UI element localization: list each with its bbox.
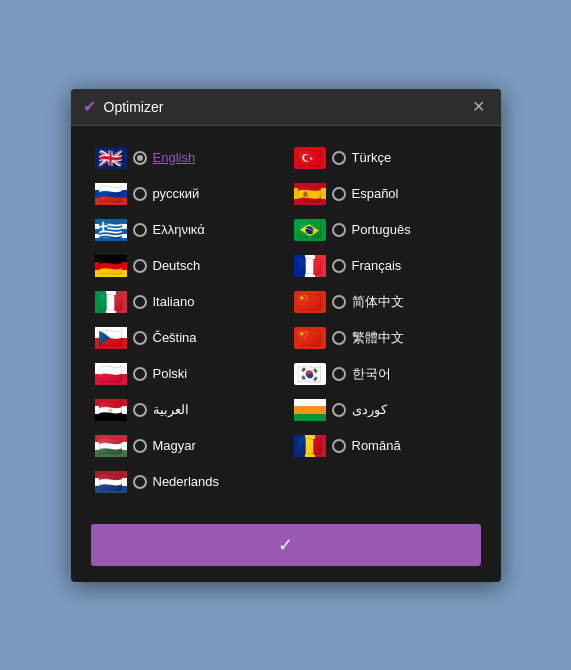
- title-bar: ✔ Optimizer ✕: [71, 89, 501, 126]
- flag-el: 🇬🇷: [95, 219, 127, 241]
- close-button[interactable]: ✕: [468, 97, 489, 117]
- title-left: ✔ Optimizer: [83, 97, 164, 116]
- radio-pl: [133, 367, 147, 381]
- flag-ko: 🇰🇷: [294, 363, 326, 385]
- window-title: Optimizer: [104, 99, 164, 115]
- lang-label-nl: Nederlands: [153, 474, 220, 489]
- flag-zh_s: 🇨🇳: [294, 291, 326, 313]
- lang-label-de: Deutsch: [153, 258, 201, 273]
- lang-item-ar[interactable]: 🇪🇬العربية: [91, 394, 282, 426]
- radio-ar: [133, 403, 147, 417]
- radio-zh_s: [332, 295, 346, 309]
- lang-label-zh_t: 繁體中文: [352, 329, 404, 347]
- lang-item-hu[interactable]: 🇭🇺Magyar: [91, 430, 282, 462]
- flag-de: 🇩🇪: [95, 255, 127, 277]
- radio-ru: [133, 187, 147, 201]
- lang-label-ko: 한국어: [352, 365, 391, 383]
- flag-pl: 🇵🇱: [95, 363, 127, 385]
- lang-item-pt[interactable]: 🇧🇷Português: [290, 214, 481, 246]
- flag-en: 🇬🇧: [95, 147, 127, 169]
- radio-ro: [332, 439, 346, 453]
- lang-item-cs[interactable]: 🇨🇿Čeština: [91, 322, 282, 354]
- flag-pt: 🇧🇷: [294, 219, 326, 241]
- flag-cs: 🇨🇿: [95, 327, 127, 349]
- lang-item-krd[interactable]: كوردى: [290, 394, 481, 426]
- radio-tr: [332, 151, 346, 165]
- lang-label-hu: Magyar: [153, 438, 196, 453]
- radio-zh_t: [332, 331, 346, 345]
- lang-item-de[interactable]: 🇩🇪Deutsch: [91, 250, 282, 282]
- radio-cs: [133, 331, 147, 345]
- flag-nl: 🇳🇱: [95, 471, 127, 493]
- lang-label-cs: Čeština: [153, 330, 197, 345]
- lang-item-ro[interactable]: 🇷🇴Română: [290, 430, 481, 462]
- lang-label-el: Ελληνικά: [153, 222, 205, 237]
- radio-de: [133, 259, 147, 273]
- lang-label-fr: Français: [352, 258, 402, 273]
- flag-hu: 🇭🇺: [95, 435, 127, 457]
- lang-label-tr: Türkçe: [352, 150, 392, 165]
- radio-nl: [133, 475, 147, 489]
- lang-label-es: Español: [352, 186, 399, 201]
- radio-es: [332, 187, 346, 201]
- language-selection-window: ✔ Optimizer ✕ 🇬🇧English🇹🇷Türkçe🇷🇺русский…: [71, 89, 501, 582]
- lang-item-es[interactable]: 🇪🇸Español: [290, 178, 481, 210]
- flag-ar: 🇪🇬: [95, 399, 127, 421]
- radio-pt: [332, 223, 346, 237]
- confirm-button[interactable]: ✓: [91, 524, 481, 566]
- lang-item-zh_s[interactable]: 🇨🇳简体中文: [290, 286, 481, 318]
- language-grid: 🇬🇧English🇹🇷Türkçe🇷🇺русский🇪🇸Español🇬🇷Ελλ…: [91, 142, 481, 498]
- radio-el: [133, 223, 147, 237]
- lang-item-el[interactable]: 🇬🇷Ελληνικά: [91, 214, 282, 246]
- lang-label-ar: العربية: [153, 402, 189, 417]
- flag-it: 🇮🇹: [95, 291, 127, 313]
- lang-item-it[interactable]: 🇮🇹Italiano: [91, 286, 282, 318]
- lang-item-ru[interactable]: 🇷🇺русский: [91, 178, 282, 210]
- flag-krd: [294, 399, 326, 421]
- flag-tr: 🇹🇷: [294, 147, 326, 169]
- flag-ro: 🇷🇴: [294, 435, 326, 457]
- lang-item-fr[interactable]: 🇫🇷Français: [290, 250, 481, 282]
- lang-label-krd: كوردى: [352, 402, 387, 417]
- lang-item-pl[interactable]: 🇵🇱Polski: [91, 358, 282, 390]
- lang-item-ko[interactable]: 🇰🇷한국어: [290, 358, 481, 390]
- lang-label-pt: Português: [352, 222, 411, 237]
- lang-item-nl[interactable]: 🇳🇱Nederlands: [91, 466, 282, 498]
- footer: ✓: [71, 510, 501, 582]
- lang-label-ro: Română: [352, 438, 401, 453]
- lang-item-en[interactable]: 🇬🇧English: [91, 142, 282, 174]
- radio-en: [133, 151, 147, 165]
- lang-item-zh_t[interactable]: 🇨🇳繁體中文: [290, 322, 481, 354]
- radio-krd: [332, 403, 346, 417]
- flag-ru: 🇷🇺: [95, 183, 127, 205]
- lang-label-ru: русский: [153, 186, 200, 201]
- radio-it: [133, 295, 147, 309]
- flag-fr: 🇫🇷: [294, 255, 326, 277]
- radio-ko: [332, 367, 346, 381]
- radio-fr: [332, 259, 346, 273]
- radio-hu: [133, 439, 147, 453]
- language-list-content: 🇬🇧English🇹🇷Türkçe🇷🇺русский🇪🇸Español🇬🇷Ελλ…: [71, 126, 501, 510]
- lang-item-tr[interactable]: 🇹🇷Türkçe: [290, 142, 481, 174]
- lang-label-pl: Polski: [153, 366, 188, 381]
- lang-label-it: Italiano: [153, 294, 195, 309]
- checkmark-icon: ✔: [83, 97, 96, 116]
- flag-zh_t: 🇨🇳: [294, 327, 326, 349]
- lang-label-en: English: [153, 150, 196, 165]
- flag-es: 🇪🇸: [294, 183, 326, 205]
- lang-label-zh_s: 简体中文: [352, 293, 404, 311]
